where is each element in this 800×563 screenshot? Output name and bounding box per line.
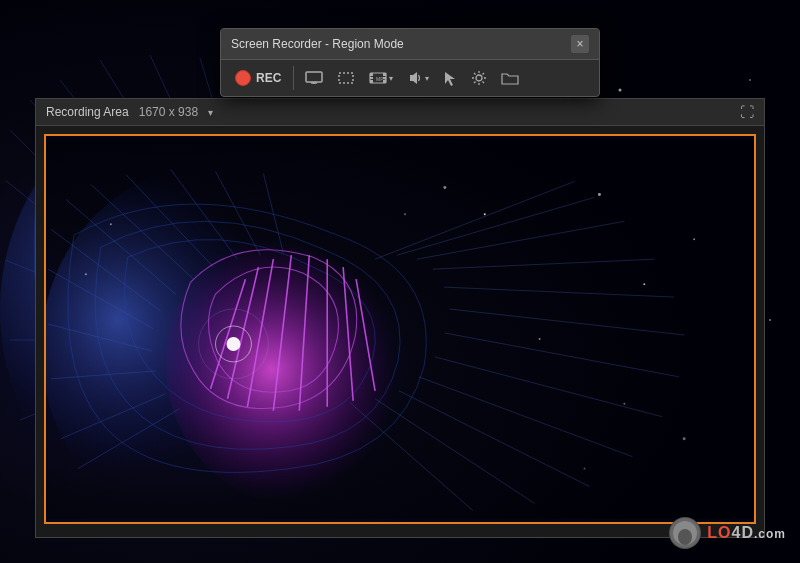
title-bar: Screen Recorder - Region Mode × [221,29,599,60]
format-button[interactable]: MP4 ▾ [364,67,398,89]
svg-point-97 [539,338,541,340]
panel-title: Recording Area [46,105,129,119]
svg-point-96 [693,238,695,240]
svg-point-90 [226,337,240,351]
svg-rect-112 [370,80,373,83]
watermark-domain: .com [754,527,786,541]
svg-point-99 [683,437,686,440]
svg-line-126 [483,73,485,75]
svg-point-119 [476,75,482,81]
settings-button[interactable] [466,66,492,90]
recording-background [46,136,754,522]
svg-marker-118 [445,72,455,86]
recording-content-area [44,134,756,524]
svg-line-127 [474,82,476,84]
panel-dimensions: 1670 x 938 [139,105,198,119]
svg-point-94 [598,193,601,196]
svg-point-102 [110,223,112,225]
monitor-button[interactable] [300,67,328,89]
region-button[interactable] [332,67,360,89]
toolbar: REC [221,60,599,96]
window-title: Screen Recorder - Region Mode [231,37,404,51]
format-dropdown-caret: ▾ [389,74,393,83]
watermark-logo [669,517,701,549]
svg-line-125 [483,82,485,84]
svg-point-98 [623,403,625,405]
settings-icon [471,70,487,86]
toolbar-window: Screen Recorder - Region Mode × REC [220,28,600,97]
panel-header-left: Recording Area 1670 x 938 ▾ [46,105,213,119]
panel-header: Recording Area 1670 x 938 ▾ ⛶ [36,99,764,126]
cursor-button[interactable] [438,66,462,90]
recording-panel: Recording Area 1670 x 938 ▾ ⛶ [35,98,765,538]
svg-rect-108 [339,73,353,83]
svg-point-130 [678,529,692,545]
folder-button[interactable] [496,67,524,89]
panel-dropdown-arrow[interactable]: ▾ [208,107,213,118]
cursor-icon [443,70,457,86]
svg-text:MP4: MP4 [376,76,387,82]
audio-icon [407,71,423,85]
svg-point-95 [643,283,645,285]
svg-point-53 [769,319,771,321]
svg-marker-117 [410,72,417,84]
svg-point-100 [583,468,585,470]
svg-rect-111 [370,77,373,79]
rec-label: REC [256,71,281,85]
region-icon [337,71,355,85]
svg-rect-105 [306,72,322,82]
monitor-icon [305,71,323,85]
record-button[interactable]: REC [229,66,287,90]
expand-button[interactable]: ⛶ [740,104,754,120]
close-button[interactable]: × [571,35,589,53]
svg-point-101 [85,273,87,275]
svg-point-103 [404,213,406,215]
audio-dropdown-caret: ▾ [425,74,429,83]
svg-point-104 [443,186,446,189]
record-indicator [235,70,251,86]
svg-point-54 [749,79,751,81]
toolbar-divider-1 [293,66,294,90]
logo-icon [669,517,701,549]
folder-icon [501,71,519,85]
svg-point-93 [484,213,486,215]
audio-button[interactable]: ▾ [402,67,434,89]
svg-rect-110 [370,73,373,76]
recording-visual [46,136,754,522]
watermark: LO4D.com [669,517,786,549]
watermark-lo: LO [707,524,731,541]
watermark-text: LO4D.com [707,524,786,542]
svg-point-39 [619,89,622,92]
film-icon: MP4 [369,71,387,85]
svg-line-124 [474,73,476,75]
